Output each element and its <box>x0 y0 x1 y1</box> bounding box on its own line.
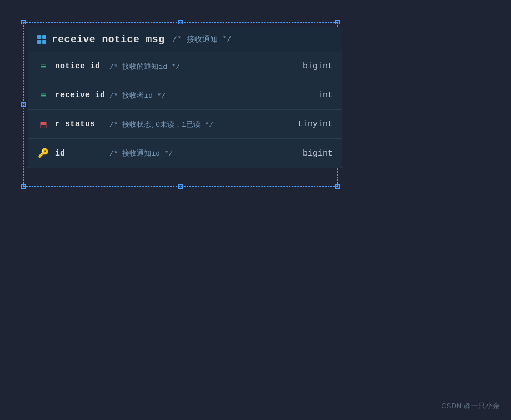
table-name: receive_notice_msg <box>52 34 164 45</box>
handle-br[interactable] <box>335 184 340 189</box>
field-name-r_status: r_status <box>55 119 105 129</box>
handle-tc[interactable] <box>178 20 183 24</box>
field-icon-notice_id: ≡ <box>37 61 49 73</box>
handle-bc[interactable] <box>178 184 183 189</box>
field-comment-receive_id: /* 接收者id */ <box>109 91 309 101</box>
field-icon-id: 🔑 <box>37 147 49 159</box>
field-type-receive_id: int <box>309 91 333 100</box>
handle-ml[interactable] <box>21 102 26 107</box>
field-row-r_status: ▤ r_status /* 接收状态,0未读，1已读 */ tinyint <box>28 110 342 139</box>
field-row-id: 🔑 id /* 接收通知id */ bigint <box>28 139 342 168</box>
watermark: CSDN @一只小余 <box>441 401 500 411</box>
field-icon-receive_id: ≡ <box>37 89 49 102</box>
handle-tr[interactable] <box>335 20 340 24</box>
fields-container: ≡ notice_id /* 接收的通知id */ bigint ≡ recei… <box>28 52 342 168</box>
db-table: receive_notice_msg /* 接收通知 */ ≡ notice_i… <box>28 27 342 168</box>
table-grid-icon <box>37 35 46 44</box>
field-name-notice_id: notice_id <box>55 62 105 71</box>
field-type-notice_id: bigint <box>294 62 333 71</box>
field-icon-r_status: ▤ <box>37 118 49 131</box>
canvas: receive_notice_msg /* 接收通知 */ ≡ notice_i… <box>0 0 511 420</box>
field-name-id: id <box>55 149 105 158</box>
field-type-id: bigint <box>294 149 333 158</box>
field-row-notice_id: ≡ notice_id /* 接收的通知id */ bigint <box>28 52 342 81</box>
handle-bl[interactable] <box>21 184 26 189</box>
table-comment: /* 接收通知 */ <box>172 34 231 44</box>
field-comment-id: /* 接收通知id */ <box>109 148 294 158</box>
handle-tl[interactable] <box>21 20 26 24</box>
field-comment-r_status: /* 接收状态,0未读，1已读 */ <box>109 119 289 129</box>
field-row-receive_id: ≡ receive_id /* 接收者id */ int <box>28 81 342 110</box>
field-name-receive_id: receive_id <box>55 91 105 100</box>
field-comment-notice_id: /* 接收的通知id */ <box>109 62 294 72</box>
table-header-row: receive_notice_msg /* 接收通知 */ <box>28 27 342 52</box>
field-type-r_status: tinyint <box>289 119 333 129</box>
selection-wrapper: receive_notice_msg /* 接收通知 */ ≡ notice_i… <box>17 16 344 193</box>
